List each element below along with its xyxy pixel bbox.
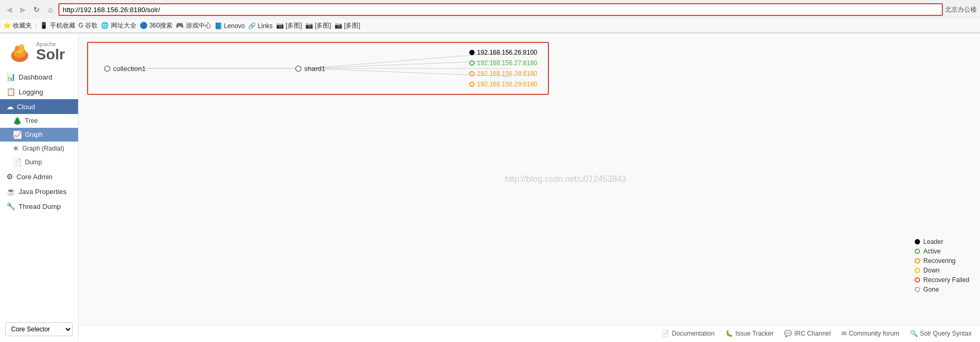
- ip-label-1: 192.168.156.27:8180: [477, 59, 537, 67]
- graph-icon: 📈: [13, 130, 22, 139]
- ip-circle-recovering: [469, 71, 475, 76]
- footer-community-forum[interactable]: ✉ Community forum: [841, 330, 899, 337]
- tree-icon: 🌲: [13, 117, 22, 125]
- back-button[interactable]: ◀: [3, 4, 15, 15]
- bookmark-wangzhi[interactable]: 🌐 网址大全: [101, 21, 136, 30]
- footer-issue-tracker[interactable]: 🐛 Issue Tracker: [725, 330, 773, 337]
- bookmarks-bar: ⭐ 收藏夹 | 📱 手机收藏 G 谷歌 🌐 网址大全 🔵 360搜索 🎮 游戏中…: [0, 19, 980, 33]
- legend-gone-label: Gone: [923, 286, 939, 293]
- ip-circle-down: [469, 82, 475, 87]
- issue-icon: 🐛: [725, 330, 733, 337]
- irc-label: IRC Channel: [794, 330, 831, 337]
- query-label: Solr Query Syntax: [920, 330, 972, 337]
- home-button[interactable]: ⌂: [45, 4, 56, 15]
- address-bar[interactable]: [58, 3, 943, 16]
- sidebar-subitem-dump[interactable]: 📄 Dump: [0, 155, 78, 169]
- ip-label-0: 192.168.156.26:8100: [477, 49, 537, 56]
- refresh-button[interactable]: ↻: [31, 4, 42, 15]
- ip-node-3[interactable]: 192.168.156.29:8180: [469, 81, 537, 88]
- java-props-label: Java Properties: [19, 188, 66, 196]
- sidebar-item-logging[interactable]: 📋 Logging: [0, 84, 78, 99]
- browser-toolbar: ◀ ▶ ↻ ⌂ 北京办公楼: [0, 0, 980, 19]
- legend-leader: Leader: [915, 238, 969, 245]
- bookmark-links[interactable]: 🔗 Links: [248, 22, 272, 30]
- sidebar-subitem-tree[interactable]: 🌲 Tree: [0, 114, 78, 128]
- core-selector[interactable]: Core Selector: [5, 322, 73, 336]
- logging-icon: 📋: [6, 87, 15, 96]
- bookmark-360[interactable]: 🔵 360搜索: [140, 21, 173, 30]
- graph-label: Graph: [25, 131, 42, 138]
- ip-node-0[interactable]: 192.168.156.26:8100: [469, 49, 537, 56]
- browser-chrome: ◀ ▶ ↻ ⌂ 北京办公楼 ⭐ 收藏夹 | 📱 手机收藏 G 谷歌 🌐 网址大全…: [0, 0, 980, 33]
- ip-node-2[interactable]: 192.168.156.28:8180: [469, 70, 537, 77]
- query-icon: 🔍: [910, 330, 918, 337]
- legend: Leader Active Recovering Down Recovery F…: [915, 238, 969, 293]
- graph-radial-icon: ✳: [13, 144, 19, 153]
- app-container: Apache Solr 📊 Dashboard 📋 Logging ☁ Clou…: [0, 33, 980, 341]
- legend-recovering-icon: [915, 258, 920, 264]
- legend-recovery-failed-label: Recovery Failed: [923, 276, 969, 284]
- bookmark-img3[interactable]: 📷 [多图]: [334, 21, 360, 30]
- core-admin-icon: ⚙: [6, 172, 13, 181]
- bookmark-img2[interactable]: 📷 [多图]: [305, 21, 331, 30]
- sidebar: Apache Solr 📊 Dashboard 📋 Logging ☁ Clou…: [0, 33, 79, 341]
- sidebar-logo: Apache Solr: [0, 33, 78, 67]
- ip-label-3: 192.168.156.29:8180: [477, 81, 537, 88]
- svg-point-3: [19, 44, 24, 50]
- dashboard-label: Dashboard: [19, 73, 53, 81]
- browser-actions-area: 北京办公楼: [945, 5, 977, 14]
- legend-active-label: Active: [923, 248, 941, 255]
- browser-action-text: 北京办公楼: [945, 5, 977, 14]
- solr-logo-text-wrap: Apache Solr: [36, 41, 65, 62]
- footer-irc-channel[interactable]: 💬 IRC Channel: [784, 330, 831, 337]
- sidebar-item-cloud[interactable]: ☁ Cloud: [0, 99, 78, 114]
- sidebar-item-dashboard[interactable]: 📊 Dashboard: [0, 69, 78, 84]
- footer-documentation[interactable]: 📄 Documentation: [661, 330, 715, 337]
- bookmark-google[interactable]: G 谷歌: [79, 21, 98, 30]
- sidebar-subitem-graph-radial[interactable]: ✳ Graph (Radial): [0, 142, 78, 155]
- footer: 📄 Documentation 🐛 Issue Tracker 💬 IRC Ch…: [79, 325, 980, 341]
- logging-label: Logging: [19, 88, 43, 96]
- collection-circle: [104, 65, 110, 72]
- legend-recovering-label: Recovering: [923, 257, 956, 265]
- main-content: collection1 shard1 192.168.156.26:8100 1: [79, 33, 980, 341]
- sidebar-item-core-admin[interactable]: ⚙ Core Admin: [0, 169, 78, 184]
- footer-solr-query-syntax[interactable]: 🔍 Solr Query Syntax: [910, 330, 972, 337]
- shard-circle: [295, 65, 302, 72]
- thread-dump-label: Thread Dump: [19, 203, 61, 211]
- sidebar-item-thread-dump[interactable]: 🔧 Thread Dump: [0, 199, 78, 214]
- legend-down: Down: [915, 267, 969, 274]
- doc-icon: 📄: [661, 330, 669, 337]
- cloud-label: Cloud: [17, 103, 35, 111]
- collection-label: collection1: [113, 65, 145, 73]
- irc-icon: 💬: [784, 330, 792, 337]
- dashboard-icon: 📊: [6, 73, 15, 81]
- shard-node: shard1: [295, 65, 325, 73]
- issue-label: Issue Tracker: [735, 330, 773, 337]
- legend-down-label: Down: [923, 267, 940, 274]
- bookmark-mobile[interactable]: 📱 手机收藏: [40, 21, 75, 30]
- thread-dump-icon: 🔧: [6, 202, 15, 211]
- bookmark-img1[interactable]: 📷 [多图]: [276, 21, 302, 30]
- bookmark-collect[interactable]: ⭐ 收藏夹: [3, 21, 32, 30]
- solr-logo-icon: [6, 40, 33, 63]
- ip-node-1[interactable]: 192.168.156.27:8180: [469, 59, 537, 67]
- graph-area: collection1 shard1 192.168.156.26:8100 1: [79, 33, 980, 325]
- graph-radial-label: Graph (Radial): [22, 145, 64, 152]
- dump-label: Dump: [25, 159, 42, 166]
- sidebar-nav: 📊 Dashboard 📋 Logging ☁ Cloud 🌲 Tree 📈 G…: [0, 67, 78, 317]
- legend-recovery-failed: Recovery Failed: [915, 276, 969, 284]
- forum-icon: ✉: [841, 330, 847, 337]
- bookmark-lenovo[interactable]: 📘 Lenovo: [214, 22, 245, 30]
- sidebar-subitem-graph[interactable]: 📈 Graph: [0, 128, 78, 142]
- legend-recovering: Recovering: [915, 257, 969, 265]
- sidebar-item-java-props[interactable]: ☕ Java Properties: [0, 184, 78, 199]
- ip-circle-leader: [469, 50, 475, 55]
- bookmark-games[interactable]: 🎮 游戏中心: [176, 21, 211, 30]
- legend-leader-icon: [915, 239, 920, 244]
- collection-node: collection1: [104, 65, 145, 73]
- legend-active-icon: [915, 249, 920, 254]
- forward-button[interactable]: ▶: [17, 4, 29, 15]
- forum-label: Community forum: [849, 330, 899, 337]
- cloud-graph-box: collection1 shard1 192.168.156.26:8100 1: [87, 42, 549, 95]
